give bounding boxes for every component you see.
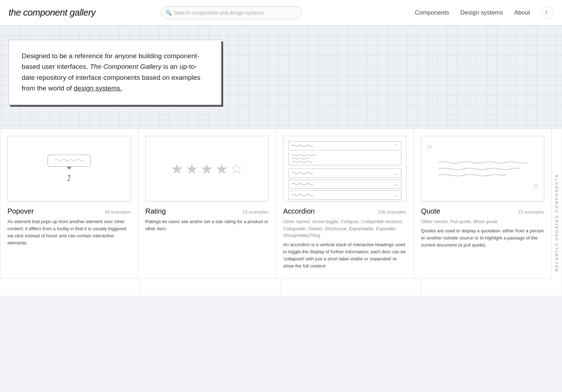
- search-bar: 🔍: [160, 6, 302, 19]
- quote-wavy-2: [439, 167, 519, 170]
- nav-components[interactable]: Components: [415, 9, 449, 16]
- popover-card[interactable]: ⤴ Popover 48 examples An element that po…: [0, 129, 138, 278]
- rating-stars: ★ ★ ★ ★ ☆: [171, 161, 243, 177]
- acc-row-3: ⌄: [288, 191, 401, 200]
- main-nav: Components Design systems About ☾: [415, 7, 553, 19]
- nav-design-systems[interactable]: Design systems: [461, 9, 503, 16]
- popover-title: Popover: [7, 207, 34, 215]
- accordion-illus-inner: ⌃: [283, 136, 406, 201]
- quote-alt-names: Other names: Pull quote, Block quote: [421, 218, 545, 225]
- quote-count: 15 examples: [518, 209, 544, 215]
- recently-updated-label: Recently updated components: [552, 129, 562, 278]
- rating-description: Ratings let users see and/or set a star …: [145, 218, 269, 232]
- popover-bubble: [48, 155, 91, 167]
- accordion-description: An accordion is a vertical stack of inte…: [283, 241, 407, 270]
- rating-content: Rating 18 examples Ratings let users see…: [138, 201, 276, 232]
- bottom-row: [0, 278, 562, 296]
- accordion-illustration: ⌃: [283, 136, 407, 201]
- theme-toggle-button[interactable]: ☾: [541, 7, 553, 19]
- acc-content-wavy-2: [292, 158, 309, 160]
- popover-content: Popover 48 examples An element that pops…: [0, 201, 138, 247]
- rating-illustration: ★ ★ ★ ★ ☆: [145, 136, 269, 201]
- star-4: ★: [215, 161, 228, 177]
- rating-card[interactable]: ★ ★ ★ ★ ☆ Rating 18 examples Ratings let…: [138, 129, 276, 278]
- components-grid: ⤴ Popover 48 examples An element that po…: [0, 129, 552, 278]
- acc-content-wavy-1: [292, 154, 316, 156]
- acc-chevron-3: ⌄: [395, 193, 398, 198]
- search-input[interactable]: [160, 6, 302, 19]
- nav-about[interactable]: About: [514, 9, 530, 16]
- acc-chevron-2: ⌄: [395, 182, 398, 187]
- design-systems-link[interactable]: design systems.: [74, 84, 122, 92]
- quote-title: Quote: [421, 207, 440, 215]
- hero-card: Designed to be a reference for anyone bu…: [9, 40, 221, 105]
- star-5: ☆: [230, 161, 243, 177]
- bottom-card-2: [140, 278, 281, 296]
- accordion-alt-names: Other names: Arrow toggle, Collapse, Col…: [283, 218, 407, 239]
- acc-row-1: ⌄: [288, 169, 401, 178]
- quote-close-mark: ”: [533, 182, 539, 196]
- acc-row-2: ⌄: [288, 180, 401, 189]
- acc-chevron-1: ⌄: [395, 171, 398, 176]
- acc-chevron-up: ⌃: [395, 143, 398, 148]
- bottom-card-4: [422, 278, 562, 296]
- site-logo[interactable]: the component gallery: [9, 7, 95, 18]
- acc-header-wavy: [292, 144, 313, 147]
- acc-row-wavy-2: [292, 183, 313, 186]
- star-2: ★: [186, 161, 198, 177]
- acc-content-wavy-3: [292, 161, 313, 163]
- accordion-title: Accordion: [283, 207, 315, 215]
- quote-content: Quote 15 examples Other names: Pull quot…: [414, 201, 552, 249]
- quote-illus-inner: “ ”: [422, 136, 544, 201]
- quote-illustration: “ ”: [421, 136, 545, 201]
- cursor-icon: ⤴: [67, 174, 71, 183]
- popover-count: 48 examples: [105, 209, 131, 215]
- rating-count: 18 examples: [242, 209, 269, 215]
- quote-description: Quotes are used to display a quotation: …: [421, 227, 545, 249]
- accordion-card[interactable]: ⌃: [276, 129, 414, 278]
- quote-open-mark: “: [426, 143, 433, 157]
- star-3: ★: [200, 161, 213, 177]
- quote-wavy-3: [439, 174, 506, 177]
- hero-section: Designed to be a reference for anyone bu…: [0, 26, 562, 128]
- acc-content: [288, 152, 401, 165]
- quote-wavy-1: [439, 161, 529, 164]
- acc-row-wavy-1: [292, 172, 313, 175]
- popover-illustration: ⤴: [7, 136, 131, 201]
- acc-header: ⌃: [288, 141, 401, 150]
- header: the component gallery 🔍 Components Desig…: [0, 0, 562, 26]
- wavy-line-svg: [55, 158, 83, 162]
- bottom-card-3: [281, 278, 422, 296]
- rating-title: Rating: [145, 207, 166, 215]
- bottom-card-1: [0, 278, 140, 296]
- acc-row-wavy-3: [292, 194, 313, 197]
- accordion-content: Accordion 106 examples Other names: Arro…: [276, 201, 414, 270]
- popover-description: An element that pops up from another ele…: [7, 218, 131, 247]
- components-section: ⤴ Popover 48 examples An element that po…: [0, 128, 562, 278]
- quote-card[interactable]: “ ”: [414, 129, 552, 278]
- accordion-count: 106 examples: [378, 209, 407, 215]
- star-1: ★: [171, 161, 183, 177]
- moon-icon: ☾: [545, 9, 550, 16]
